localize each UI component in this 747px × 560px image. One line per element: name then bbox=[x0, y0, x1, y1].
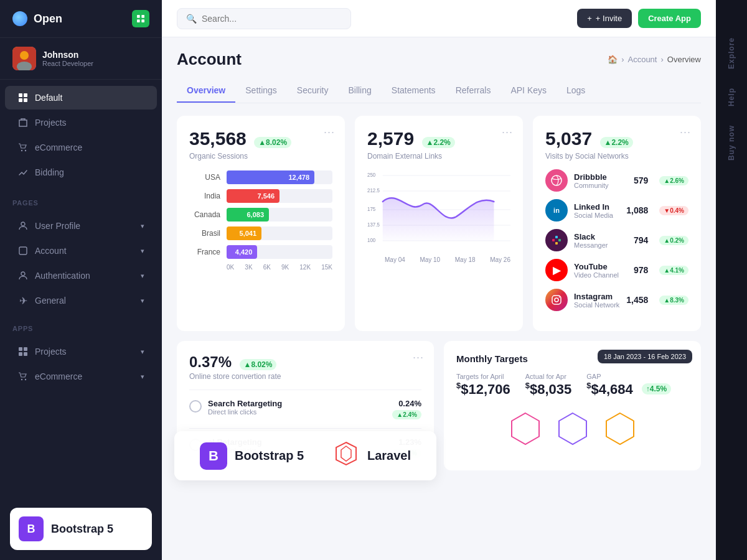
nav-item-bidding[interactable]: Bidding bbox=[5, 161, 157, 184]
svg-rect-34 bbox=[555, 236, 558, 238]
page-header: Account 🏠 › Account › Overview bbox=[177, 50, 701, 69]
brand-card: B Bootstrap 5 bbox=[10, 508, 152, 550]
tab-logs[interactable]: Logs bbox=[557, 79, 595, 103]
card-menu-dots-social[interactable]: ··· bbox=[680, 126, 691, 139]
linkedin-change: ▼0.4% bbox=[659, 206, 688, 215]
svg-point-13 bbox=[21, 222, 25, 226]
create-app-button[interactable]: Create App bbox=[638, 9, 701, 28]
auth-icon bbox=[17, 270, 29, 281]
svg-point-39 bbox=[559, 297, 560, 298]
instagram-icon bbox=[545, 289, 568, 311]
bar-brasil: Brasil 5,041 bbox=[189, 226, 332, 240]
user-card[interactable]: Johnson React Developer bbox=[0, 38, 162, 80]
conversion-card: ··· 0.37% ▲8.02% Online store convertion… bbox=[177, 341, 434, 470]
explore-label[interactable]: Explore bbox=[727, 37, 736, 69]
social-label: Visits by Social Networks bbox=[545, 152, 688, 161]
domain-value: 2,579 bbox=[367, 128, 414, 149]
linkedin-count: 1,088 bbox=[626, 205, 648, 215]
tab-settings[interactable]: Settings bbox=[235, 79, 287, 103]
svg-rect-3 bbox=[141, 19, 144, 22]
bar-fill-france: 4,420 bbox=[227, 245, 257, 259]
card-menu-dots-domain[interactable]: ··· bbox=[502, 126, 513, 139]
search-bar[interactable]: 🔍 bbox=[177, 8, 351, 29]
domain-links-card: ··· 2,579 ▲2.2% Domain External Links bbox=[355, 116, 523, 331]
svg-rect-16 bbox=[19, 347, 22, 351]
country-canada: Canada bbox=[189, 210, 220, 219]
tab-api-keys[interactable]: API Keys bbox=[500, 79, 557, 103]
card-menu-dots-conv[interactable]: ··· bbox=[413, 351, 424, 364]
bar-canada: Canada 6,083 bbox=[189, 208, 332, 222]
line-chart-svg: 250 212.5 175 137.5 100 bbox=[367, 170, 510, 251]
targeting-pct-1: 0.24% bbox=[387, 399, 421, 408]
axis-3k: 3K bbox=[245, 264, 252, 271]
youtube-change: ▲4.1% bbox=[659, 266, 688, 275]
invite-label: + Invite bbox=[596, 14, 622, 23]
bar-france: France 4,420 bbox=[189, 245, 332, 259]
sidebar-item-general[interactable]: ✈ General ▾ bbox=[5, 289, 157, 312]
tab-billing[interactable]: Billing bbox=[338, 79, 381, 103]
laravel-brand-icon bbox=[332, 440, 360, 472]
tab-overview[interactable]: Overview bbox=[177, 79, 235, 103]
tab-referrals[interactable]: Referrals bbox=[446, 79, 501, 103]
axis-0k: 0K bbox=[227, 264, 234, 271]
header: 🔍 + + Invite Create App bbox=[162, 0, 716, 37]
date-badge: 18 Jan 2023 - 16 Feb 2023 bbox=[598, 350, 692, 363]
targeting-right-1: 0.24% ▲2.4% bbox=[387, 399, 421, 419]
organic-sessions-card: ··· 35,568 ▲8.02% Organic Sessions USA 1… bbox=[177, 116, 345, 331]
bootstrap-icon: B bbox=[19, 516, 44, 541]
svg-rect-35 bbox=[558, 239, 561, 241]
slack-count: 794 bbox=[634, 235, 648, 245]
domain-label: Domain External Links bbox=[367, 152, 510, 161]
chevron-ecommerce-app: ▾ bbox=[141, 373, 144, 381]
dribbble-name: Dribbble bbox=[574, 172, 627, 182]
general-icon: ✈ bbox=[17, 295, 29, 306]
monthly-values: Targets for April $$12,706 Actual for Ap… bbox=[456, 373, 688, 398]
mv-targets: Targets for April $$12,706 bbox=[456, 373, 510, 398]
buy-now-label[interactable]: Buy now bbox=[727, 125, 736, 161]
linkedin-info: Linked In Social Media bbox=[574, 202, 620, 219]
svg-point-38 bbox=[555, 298, 558, 302]
page-title: Account bbox=[177, 50, 242, 69]
youtube-type: Video Channel bbox=[574, 271, 627, 279]
app-icon[interactable] bbox=[132, 10, 149, 27]
sidebar-item-ecommerce-app[interactable]: eCommerce ▾ bbox=[5, 365, 157, 388]
nav-label-ecommerce: eCommerce bbox=[35, 142, 82, 152]
organic-label: Organic Sessions bbox=[189, 152, 332, 161]
targeting-change-1: ▲2.4% bbox=[392, 410, 421, 419]
tab-statements[interactable]: Statements bbox=[382, 79, 446, 103]
logo-dot-icon bbox=[12, 11, 27, 26]
breadcrumb-home-icon[interactable]: 🏠 bbox=[608, 55, 618, 64]
nav-item-default[interactable]: Default bbox=[5, 86, 157, 110]
mv-actual: Actual for Apr $$8,035 bbox=[525, 373, 572, 398]
card-menu-dots-organic[interactable]: ··· bbox=[324, 126, 335, 139]
sidebar-item-user-profile[interactable]: User Profile ▾ bbox=[5, 214, 157, 238]
bidding-icon bbox=[17, 167, 29, 178]
nav-label-bidding: Bidding bbox=[35, 167, 64, 177]
sidebar-item-account[interactable]: Account ▾ bbox=[5, 239, 157, 263]
breadcrumb-account[interactable]: Account bbox=[627, 55, 657, 64]
nav-item-ecommerce[interactable]: eCommerce bbox=[5, 136, 157, 159]
svg-point-11 bbox=[21, 150, 22, 151]
nav-item-projects[interactable]: Projects bbox=[5, 111, 157, 134]
dribbble-count: 579 bbox=[634, 175, 648, 185]
svg-rect-0 bbox=[137, 15, 140, 18]
invite-button[interactable]: + + Invite bbox=[577, 9, 632, 28]
x-label-3: May 18 bbox=[455, 256, 476, 263]
help-label[interactable]: Help bbox=[727, 88, 736, 106]
social-row-linkedin: in Linked In Social Media 1,088 ▼0.4% bbox=[545, 199, 688, 222]
bar-fill-india: 7,546 bbox=[227, 189, 280, 203]
dribbble-icon bbox=[545, 169, 568, 192]
line-chart-x-labels: May 04 May 10 May 18 May 26 bbox=[367, 256, 510, 263]
sidebar-item-authentication[interactable]: Authentication ▾ bbox=[5, 264, 157, 287]
targeting-sub-1: Direct link clicks bbox=[208, 408, 282, 416]
linkedin-type: Social Media bbox=[574, 212, 620, 219]
search-input[interactable] bbox=[202, 14, 342, 24]
social-visits-card: ··· 5,037 ▲2.2% Visits by Social Network… bbox=[533, 116, 701, 331]
laravel-brand-label: Laravel bbox=[367, 449, 411, 463]
tab-security[interactable]: Security bbox=[287, 79, 339, 103]
svg-point-12 bbox=[25, 150, 26, 151]
sidebar-item-projects-app[interactable]: Projects ▾ bbox=[5, 340, 157, 363]
chevron-down-icon: ▾ bbox=[141, 222, 144, 230]
svg-rect-18 bbox=[19, 352, 22, 356]
sidebar-item-label-projects-app: Projects bbox=[35, 347, 67, 357]
